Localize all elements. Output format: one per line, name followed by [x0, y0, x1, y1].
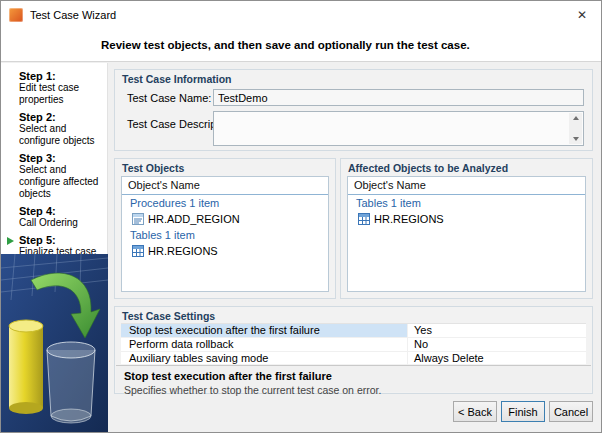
title-bar: Test Case Wizard ✕ [1, 1, 601, 29]
group-title: Affected Objects to be Analyzed [348, 162, 508, 174]
settings-property-grid: Stop test execution after the first fail… [121, 323, 586, 364]
steps-sidebar: Step 1: Edit test case properties Step 2… [1, 63, 108, 432]
app-icon [9, 8, 23, 22]
finish-button[interactable]: Finish [501, 401, 545, 422]
setting-value[interactable]: Yes [408, 324, 586, 337]
group-affected-objects: Affected Objects to be Analyzed Object's… [340, 158, 593, 299]
setting-description-text: Specifies whether to stop the current te… [124, 384, 583, 396]
sidebar-step-3: Step 3: Select and configure affected ob… [7, 152, 104, 200]
sidebar-step-2: Step 2: Select and configure objects [7, 111, 104, 147]
cancel-button[interactable]: Cancel [549, 401, 593, 422]
wizard-header: Review test objects, and then save and o… [1, 29, 601, 62]
tree-item-table[interactable]: HR.REGIONS [348, 211, 585, 227]
column-header-objects-name[interactable]: Object's Name [348, 177, 585, 195]
step-label: Step 4: [19, 205, 104, 217]
group-test-objects: Test Objects Object's Name Procedures 1 … [114, 158, 336, 299]
group-title: Test Objects [122, 162, 184, 174]
scroll-up-icon[interactable] [573, 116, 579, 120]
wizard-artwork [1, 254, 108, 432]
wizard-header-title: Review test objects, and then save and o… [101, 39, 470, 51]
test-case-name-label: Test Case Name: [127, 92, 211, 104]
sidebar-step-1: Step 1: Edit test case properties [7, 70, 104, 106]
test-case-wizard-dialog: Test Case Wizard ✕ Review test objects, … [0, 0, 602, 433]
setting-description-panel: Stop test execution after the first fail… [116, 365, 591, 392]
setting-name: Auxiliary tables saving mode [121, 352, 408, 365]
step-desc: Select and configure affected objects [19, 164, 104, 200]
tree-item-label: HR.ADD_REGION [148, 213, 240, 225]
window-title: Test Case Wizard [30, 9, 116, 21]
tree-group-tables[interactable]: Tables 1 item [122, 227, 328, 243]
tree-item-procedure[interactable]: HR.ADD_REGION [122, 211, 328, 227]
setting-name: Stop test execution after the first fail… [121, 324, 408, 337]
description-scrollbar[interactable] [569, 113, 582, 144]
tree-group-procedures[interactable]: Procedures 1 item [122, 195, 328, 211]
group-title: Test Case Information [122, 73, 232, 85]
table-icon [132, 245, 144, 257]
step-label: Step 5: [19, 234, 104, 246]
step-desc: Edit test case properties [19, 82, 104, 106]
back-button[interactable]: < Back [453, 401, 497, 422]
tree-item-label: HR.REGIONS [374, 213, 444, 225]
setting-value[interactable]: No [408, 338, 586, 351]
setting-name: Perform data rollback [121, 338, 408, 351]
test-case-name-input[interactable] [213, 89, 584, 106]
group-test-case-settings: Test Case Settings Stop test execution a… [114, 306, 593, 394]
step-desc: Call Ordering [19, 217, 104, 229]
sidebar-step-4: Step 4: Call Ordering [7, 205, 104, 229]
current-step-arrow-icon [7, 237, 14, 245]
steps-list: Step 1: Edit test case properties Step 2… [1, 63, 107, 258]
step-label: Step 3: [19, 152, 104, 164]
step-label: Step 2: [19, 111, 104, 123]
tree-item-label: HR.REGIONS [148, 245, 218, 257]
scroll-down-icon[interactable] [573, 137, 579, 141]
close-icon[interactable]: ✕ [573, 6, 591, 24]
tree-group-tables[interactable]: Tables 1 item [348, 195, 585, 211]
affected-objects-list: Object's Name Tables 1 item HR.REGIONS [347, 176, 586, 292]
test-case-description-input[interactable] [213, 111, 584, 146]
step-label: Step 1: [19, 70, 104, 82]
setting-row-aux-tables[interactable]: Auxiliary tables saving mode Always Dele… [121, 352, 586, 366]
group-test-case-information: Test Case Information Test Case Name: Te… [114, 69, 593, 151]
column-header-objects-name[interactable]: Object's Name [122, 177, 328, 195]
test-objects-list: Object's Name Procedures 1 item HR.ADD_R… [121, 176, 329, 292]
table-icon [358, 213, 370, 225]
setting-value[interactable]: Always Delete [408, 352, 586, 365]
step-desc: Select and configure objects [19, 123, 104, 147]
setting-row-stop-on-failure[interactable]: Stop test execution after the first fail… [121, 324, 586, 338]
setting-description-title: Stop test execution after the first fail… [124, 370, 583, 382]
procedure-icon [132, 213, 144, 225]
group-title: Test Case Settings [122, 310, 215, 322]
setting-row-data-rollback[interactable]: Perform data rollback No [121, 338, 586, 352]
tree-item-table[interactable]: HR.REGIONS [122, 243, 328, 259]
